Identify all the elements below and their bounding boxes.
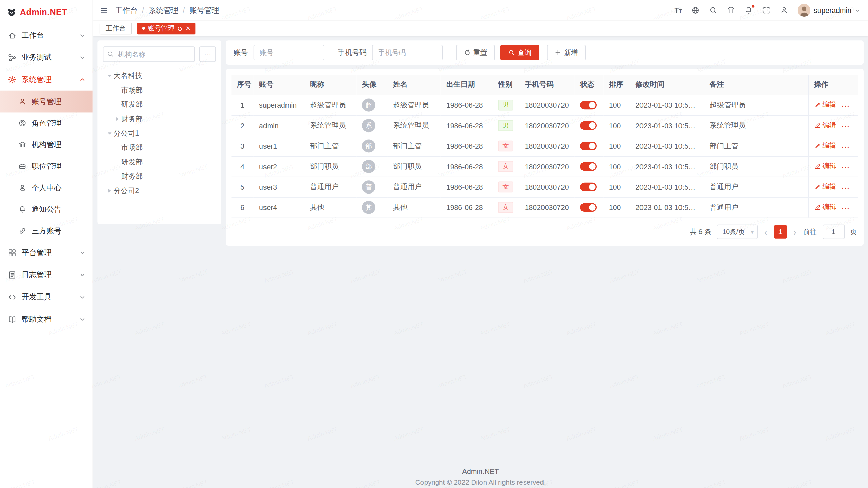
status-toggle[interactable] [580, 121, 597, 130]
font-size-icon[interactable]: TT [675, 6, 682, 14]
tree-node-label: 财务部 [121, 171, 143, 181]
tree-node[interactable]: 研发部 [103, 155, 216, 169]
sidebar-item-dev-tools[interactable]: 开发工具 [0, 286, 93, 308]
status-toggle[interactable] [580, 183, 597, 191]
edit-button[interactable]: 编辑 [814, 203, 836, 212]
tab-workbench[interactable]: 工作台 [100, 23, 132, 34]
table-row[interactable]: 4 user2 部门职员 部 部门职员 1986-06-28 女 1802003… [231, 156, 858, 177]
table-row[interactable]: 6 user4 其他 其 其他 1986-06-28 女 18020030720… [231, 197, 858, 218]
cell-name: 其他 [388, 197, 441, 218]
refresh-icon[interactable] [177, 26, 182, 31]
sidebar-item-personal-center[interactable]: 个人中心 [0, 177, 93, 199]
sidebar-item-position-management[interactable]: 职位管理 [0, 156, 93, 177]
bank-icon [18, 141, 26, 149]
cell-actions: 编辑··· [808, 115, 858, 136]
search-button[interactable]: 查询 [500, 45, 539, 60]
sidebar-item-workbench[interactable]: 工作台 [0, 24, 93, 46]
col-modified: 修改时间 [630, 75, 704, 95]
caret-down-icon[interactable] [105, 130, 113, 136]
edit-icon [814, 163, 821, 170]
tree-node[interactable]: 研发部 [103, 97, 216, 111]
menu-collapse-icon[interactable] [100, 6, 108, 15]
breadcrumb-item-current: 账号管理 [189, 5, 219, 15]
edit-button[interactable]: 编辑 [814, 182, 836, 192]
fullscreen-icon[interactable] [762, 6, 770, 14]
cell-status [575, 156, 604, 177]
tree-node[interactable]: 市场部 [103, 83, 216, 97]
reset-button[interactable]: 重置 [456, 45, 495, 60]
table-row[interactable]: 5 user3 普通用户 普 普通用户 1986-06-28 女 1802003… [231, 177, 858, 197]
table-row[interactable]: 3 user1 部门主管 部 部门主管 1986-06-28 女 1802003… [231, 136, 858, 156]
tree-node[interactable]: 财务部 [103, 169, 216, 184]
cell-sort: 100 [604, 115, 630, 136]
account-input[interactable] [254, 45, 324, 60]
sidebar-item-platform-management[interactable]: 平台管理 [0, 242, 93, 264]
table-row[interactable]: 2 admin 系统管理员 系 系统管理员 1986-06-28 男 18020… [231, 115, 858, 136]
notifications-bell-icon[interactable] [745, 6, 753, 14]
user-icon[interactable] [780, 6, 788, 14]
cell-modified: 2023-01-03 10:59:44 [630, 95, 704, 115]
sidebar-item-business-test[interactable]: 业务测试 [0, 46, 93, 68]
caret-right-icon[interactable] [113, 116, 121, 122]
status-toggle[interactable] [580, 203, 597, 212]
org-tree: 大名科技 市场部 研发部 财务部 分公司1 [103, 68, 216, 198]
edit-button[interactable]: 编辑 [814, 162, 836, 171]
row-more-button[interactable]: ··· [842, 184, 850, 192]
caret-down-icon[interactable] [105, 73, 113, 79]
footer-app-name: Admin.NET [93, 468, 868, 476]
edit-icon [814, 102, 821, 108]
add-button[interactable]: 新增 [547, 45, 586, 60]
status-toggle[interactable] [580, 101, 597, 110]
edit-button[interactable]: 编辑 [814, 141, 836, 151]
sidebar-item-account-management[interactable]: 账号管理 [0, 91, 93, 113]
user-menu[interactable]: superadmin [798, 4, 860, 17]
sidebar-item-role-management[interactable]: 角色管理 [0, 112, 93, 134]
tab-label: 账号管理 [148, 24, 174, 33]
tree-node[interactable]: 市场部 [103, 141, 216, 155]
cell-status [575, 95, 604, 115]
phone-input[interactable] [372, 45, 443, 60]
app-logo[interactable]: Admin.NET [0, 0, 93, 24]
sidebar-item-log-management[interactable]: 日志管理 [0, 264, 93, 286]
edit-button[interactable]: 编辑 [814, 100, 836, 110]
row-more-button[interactable]: ··· [842, 102, 850, 110]
tree-node[interactable]: 财务部 [103, 112, 216, 126]
page-content: ··· 大名科技 市场部 研发部 财务部 [93, 36, 868, 488]
next-page-button[interactable]: › [792, 228, 797, 236]
globe-icon[interactable] [691, 6, 699, 14]
sidebar-item-third-party-account[interactable]: 三方账号 [0, 220, 93, 242]
sidebar-item-notice[interactable]: 通知公告 [0, 199, 93, 220]
row-more-button[interactable]: ··· [842, 205, 850, 212]
share-icon [8, 53, 17, 62]
status-toggle[interactable] [580, 162, 597, 171]
cell-index: 4 [231, 156, 253, 177]
prev-page-button[interactable]: ‹ [763, 228, 768, 236]
tree-node[interactable]: 分公司1 [103, 126, 216, 140]
org-search-input[interactable] [103, 46, 195, 62]
theme-icon[interactable] [727, 6, 735, 14]
row-more-button[interactable]: ··· [842, 164, 850, 171]
tree-node[interactable]: 分公司2 [103, 184, 216, 198]
row-more-button[interactable]: ··· [842, 123, 850, 130]
tab-account-management[interactable]: 账号管理 × [137, 23, 195, 34]
status-toggle[interactable] [580, 142, 597, 150]
table-row[interactable]: 1 superadmin 超级管理员 超 超级管理员 1986-06-28 男 … [231, 95, 858, 115]
tree-node[interactable]: 大名科技 [103, 68, 216, 83]
org-more-button[interactable]: ··· [199, 46, 216, 62]
cell-index: 5 [231, 177, 253, 197]
breadcrumb-item[interactable]: 工作台 [115, 5, 138, 15]
breadcrumb-item[interactable]: 系统管理 [149, 5, 178, 15]
page-size-select[interactable]: 10条/页▾ [717, 225, 757, 239]
sidebar-item-help-docs[interactable]: 帮助文档 [0, 308, 93, 330]
sidebar-item-system-management[interactable]: 系统管理 [0, 68, 93, 90]
sidebar-item-org-management[interactable]: 机构管理 [0, 134, 93, 156]
sidebar-item-label: 平台管理 [22, 248, 79, 258]
edit-button[interactable]: 编辑 [814, 121, 836, 130]
close-icon[interactable]: × [186, 25, 190, 32]
search-icon[interactable] [709, 6, 717, 14]
sidebar-item-label: 通知公告 [32, 204, 61, 214]
current-page-button[interactable]: 1 [774, 225, 787, 238]
goto-page-input[interactable] [822, 225, 844, 239]
caret-right-icon[interactable] [105, 188, 113, 194]
row-more-button[interactable]: ··· [842, 143, 850, 151]
